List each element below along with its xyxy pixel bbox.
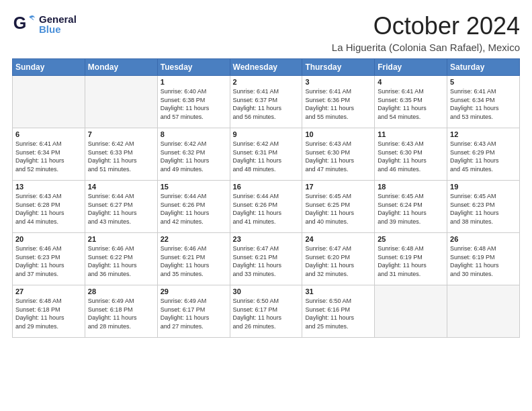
day-number: 12 — [450, 130, 517, 138]
cell-details: Sunrise: 6:43 AMSunset: 6:30 PMDaylight:… — [305, 140, 371, 173]
day-number: 14 — [88, 183, 154, 191]
cell-details: Sunrise: 6:42 AMSunset: 6:32 PMDaylight:… — [161, 140, 227, 173]
header-cell-friday: Friday — [375, 59, 447, 76]
calendar-row-4: 27Sunrise: 6:48 AMSunset: 6:18 PMDayligh… — [13, 285, 520, 338]
header: G General Blue October 2024 La Higuerita… — [12, 12, 520, 53]
day-number: 25 — [378, 235, 444, 243]
day-number: 15 — [161, 183, 227, 191]
cell-details: Sunrise: 6:41 AMSunset: 6:36 PMDaylight:… — [305, 87, 371, 121]
day-number: 13 — [15, 183, 82, 191]
day-number: 21 — [88, 235, 154, 243]
calendar-cell: 20Sunrise: 6:46 AMSunset: 6:23 PMDayligh… — [13, 233, 85, 285]
cell-details: Sunrise: 6:43 AMSunset: 6:28 PMDaylight:… — [15, 192, 82, 226]
cell-details: Sunrise: 6:44 AMSunset: 6:27 PMDaylight:… — [88, 192, 154, 226]
cell-details: Sunrise: 6:47 AMSunset: 6:21 PMDaylight:… — [233, 244, 300, 278]
logo-icon: G — [12, 12, 36, 36]
calendar-header: SundayMondayTuesdayWednesdayThursdayFrid… — [13, 59, 520, 76]
day-number: 10 — [305, 130, 371, 138]
cell-details: Sunrise: 6:49 AMSunset: 6:18 PMDaylight:… — [88, 297, 154, 330]
calendar-cell: 1Sunrise: 6:40 AMSunset: 6:38 PMDaylight… — [157, 76, 230, 128]
cell-details: Sunrise: 6:45 AMSunset: 6:25 PMDaylight:… — [305, 192, 371, 226]
calendar-cell — [85, 76, 157, 128]
calendar-cell: 30Sunrise: 6:50 AMSunset: 6:17 PMDayligh… — [230, 285, 302, 338]
logo-general-text: General — [39, 14, 77, 24]
calendar-cell: 25Sunrise: 6:48 AMSunset: 6:19 PMDayligh… — [375, 233, 447, 285]
month-title: October 2024 — [332, 12, 520, 40]
logo-text: General Blue — [39, 14, 77, 34]
header-cell-monday: Monday — [85, 59, 157, 76]
calendar-body: 1Sunrise: 6:40 AMSunset: 6:38 PMDaylight… — [13, 76, 520, 338]
calendar-cell: 6Sunrise: 6:41 AMSunset: 6:34 PMDaylight… — [13, 128, 85, 181]
calendar-cell: 12Sunrise: 6:43 AMSunset: 6:29 PMDayligh… — [447, 128, 520, 181]
day-number: 28 — [88, 287, 154, 295]
header-row: SundayMondayTuesdayWednesdayThursdayFrid… — [13, 59, 520, 76]
day-number: 5 — [450, 78, 517, 86]
day-number: 4 — [378, 78, 444, 86]
calendar-cell: 29Sunrise: 6:49 AMSunset: 6:17 PMDayligh… — [157, 285, 230, 338]
calendar-row-1: 6Sunrise: 6:41 AMSunset: 6:34 PMDaylight… — [13, 128, 520, 181]
day-number: 20 — [15, 235, 82, 243]
cell-details: Sunrise: 6:46 AMSunset: 6:22 PMDaylight:… — [88, 244, 154, 278]
calendar-cell: 22Sunrise: 6:46 AMSunset: 6:21 PMDayligh… — [157, 233, 230, 285]
calendar-cell: 5Sunrise: 6:41 AMSunset: 6:34 PMDaylight… — [447, 76, 520, 128]
day-number: 16 — [233, 183, 300, 191]
cell-details: Sunrise: 6:41 AMSunset: 6:35 PMDaylight:… — [378, 87, 444, 121]
header-cell-wednesday: Wednesday — [230, 59, 302, 76]
cell-details: Sunrise: 6:46 AMSunset: 6:23 PMDaylight:… — [15, 244, 82, 278]
day-number: 26 — [450, 235, 517, 243]
day-number: 2 — [233, 78, 300, 86]
calendar-cell: 27Sunrise: 6:48 AMSunset: 6:18 PMDayligh… — [13, 285, 85, 338]
cell-details: Sunrise: 6:41 AMSunset: 6:37 PMDaylight:… — [233, 87, 300, 121]
cell-details: Sunrise: 6:48 AMSunset: 6:18 PMDaylight:… — [15, 297, 82, 330]
day-number: 17 — [305, 183, 371, 191]
calendar-cell: 31Sunrise: 6:50 AMSunset: 6:16 PMDayligh… — [302, 285, 375, 338]
day-number: 29 — [161, 287, 227, 295]
cell-details: Sunrise: 6:50 AMSunset: 6:17 PMDaylight:… — [233, 297, 300, 330]
calendar-cell: 18Sunrise: 6:45 AMSunset: 6:24 PMDayligh… — [375, 181, 447, 233]
cell-details: Sunrise: 6:49 AMSunset: 6:17 PMDaylight:… — [161, 297, 227, 330]
day-number: 31 — [305, 287, 371, 295]
calendar-cell: 10Sunrise: 6:43 AMSunset: 6:30 PMDayligh… — [302, 128, 375, 181]
calendar-cell: 3Sunrise: 6:41 AMSunset: 6:36 PMDaylight… — [302, 76, 375, 128]
calendar-cell: 4Sunrise: 6:41 AMSunset: 6:35 PMDaylight… — [375, 76, 447, 128]
header-cell-sunday: Sunday — [13, 59, 85, 76]
day-number: 7 — [88, 130, 154, 138]
cell-details: Sunrise: 6:44 AMSunset: 6:26 PMDaylight:… — [233, 192, 300, 226]
calendar-cell: 2Sunrise: 6:41 AMSunset: 6:37 PMDaylight… — [230, 76, 302, 128]
day-number: 22 — [161, 235, 227, 243]
calendar-row-0: 1Sunrise: 6:40 AMSunset: 6:38 PMDaylight… — [13, 76, 520, 128]
calendar-table: SundayMondayTuesdayWednesdayThursdayFrid… — [12, 58, 520, 338]
calendar-cell: 21Sunrise: 6:46 AMSunset: 6:22 PMDayligh… — [85, 233, 157, 285]
day-number: 27 — [15, 287, 82, 295]
cell-details: Sunrise: 6:42 AMSunset: 6:33 PMDaylight:… — [88, 140, 154, 173]
header-cell-saturday: Saturday — [447, 59, 520, 76]
cell-details: Sunrise: 6:44 AMSunset: 6:26 PMDaylight:… — [161, 192, 227, 226]
day-number: 30 — [233, 287, 300, 295]
cell-details: Sunrise: 6:46 AMSunset: 6:21 PMDaylight:… — [161, 244, 227, 278]
calendar-row-3: 20Sunrise: 6:46 AMSunset: 6:23 PMDayligh… — [13, 233, 520, 285]
cell-details: Sunrise: 6:40 AMSunset: 6:38 PMDaylight:… — [161, 87, 227, 121]
calendar-cell: 19Sunrise: 6:45 AMSunset: 6:23 PMDayligh… — [447, 181, 520, 233]
calendar-cell: 28Sunrise: 6:49 AMSunset: 6:18 PMDayligh… — [85, 285, 157, 338]
header-cell-thursday: Thursday — [302, 59, 375, 76]
day-number: 3 — [305, 78, 371, 86]
cell-details: Sunrise: 6:43 AMSunset: 6:30 PMDaylight:… — [378, 140, 444, 173]
day-number: 1 — [161, 78, 227, 86]
calendar-row-2: 13Sunrise: 6:43 AMSunset: 6:28 PMDayligh… — [13, 181, 520, 233]
location: La Higuerita (Colonia San Rafael), Mexic… — [332, 42, 520, 53]
calendar-cell: 11Sunrise: 6:43 AMSunset: 6:30 PMDayligh… — [375, 128, 447, 181]
calendar-cell: 16Sunrise: 6:44 AMSunset: 6:26 PMDayligh… — [230, 181, 302, 233]
calendar-cell — [13, 76, 85, 128]
calendar-cell — [375, 285, 447, 338]
cell-details: Sunrise: 6:45 AMSunset: 6:23 PMDaylight:… — [450, 192, 517, 226]
header-cell-tuesday: Tuesday — [157, 59, 230, 76]
calendar-cell: 23Sunrise: 6:47 AMSunset: 6:21 PMDayligh… — [230, 233, 302, 285]
calendar-cell: 9Sunrise: 6:42 AMSunset: 6:31 PMDaylight… — [230, 128, 302, 181]
calendar-cell: 13Sunrise: 6:43 AMSunset: 6:28 PMDayligh… — [13, 181, 85, 233]
page: G General Blue October 2024 La Higuerita… — [0, 0, 532, 411]
calendar-cell: 26Sunrise: 6:48 AMSunset: 6:19 PMDayligh… — [447, 233, 520, 285]
cell-details: Sunrise: 6:48 AMSunset: 6:19 PMDaylight:… — [450, 244, 517, 278]
day-number: 18 — [378, 183, 444, 191]
cell-details: Sunrise: 6:45 AMSunset: 6:24 PMDaylight:… — [378, 192, 444, 226]
cell-details: Sunrise: 6:47 AMSunset: 6:20 PMDaylight:… — [305, 244, 371, 278]
